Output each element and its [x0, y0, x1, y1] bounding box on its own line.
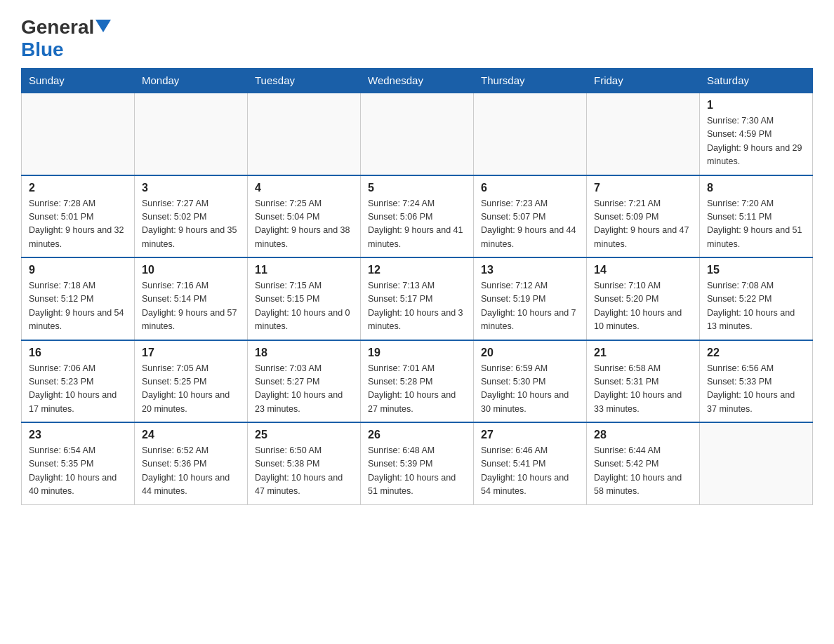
calendar-cell: 24Sunrise: 6:52 AMSunset: 5:36 PMDayligh…: [135, 422, 248, 504]
day-info: Sunrise: 7:20 AMSunset: 5:11 PMDaylight:…: [707, 197, 805, 252]
logo: General Blue: [21, 14, 111, 61]
calendar-cell: 9Sunrise: 7:18 AMSunset: 5:12 PMDaylight…: [22, 257, 135, 340]
logo-blue: Blue: [21, 39, 64, 61]
day-number: 24: [142, 429, 240, 441]
day-number: 18: [255, 347, 353, 359]
day-number: 23: [29, 429, 127, 441]
day-number: 16: [29, 347, 127, 359]
calendar-cell: 3Sunrise: 7:27 AMSunset: 5:02 PMDaylight…: [135, 175, 248, 258]
calendar-table: SundayMondayTuesdayWednesdayThursdayFrid…: [21, 68, 813, 505]
day-number: 17: [142, 347, 240, 359]
day-info: Sunrise: 6:54 AMSunset: 5:35 PMDaylight:…: [29, 444, 127, 499]
day-info: Sunrise: 6:50 AMSunset: 5:38 PMDaylight:…: [255, 444, 353, 499]
calendar-cell: [248, 93, 361, 175]
calendar-cell: 22Sunrise: 6:56 AMSunset: 5:33 PMDayligh…: [700, 340, 813, 423]
logo-general: General: [21, 18, 94, 37]
calendar-cell: 25Sunrise: 6:50 AMSunset: 5:38 PMDayligh…: [248, 422, 361, 504]
calendar-cell: 17Sunrise: 7:05 AMSunset: 5:25 PMDayligh…: [135, 340, 248, 423]
day-number: 20: [481, 347, 579, 359]
weekday-header-row: SundayMondayTuesdayWednesdayThursdayFrid…: [22, 69, 813, 93]
calendar-cell: 6Sunrise: 7:23 AMSunset: 5:07 PMDaylight…: [474, 175, 587, 258]
calendar-cell: [361, 93, 474, 175]
calendar-cell: 4Sunrise: 7:25 AMSunset: 5:04 PMDaylight…: [248, 175, 361, 258]
day-number: 1: [707, 99, 805, 112]
day-info: Sunrise: 7:08 AMSunset: 5:22 PMDaylight:…: [707, 279, 805, 334]
day-number: 2: [29, 182, 127, 194]
day-info: Sunrise: 7:25 AMSunset: 5:04 PMDaylight:…: [255, 197, 353, 252]
day-info: Sunrise: 7:18 AMSunset: 5:12 PMDaylight:…: [29, 279, 127, 334]
calendar-cell: 12Sunrise: 7:13 AMSunset: 5:17 PMDayligh…: [361, 257, 474, 340]
day-number: 8: [707, 182, 805, 194]
weekday-header-monday: Monday: [135, 69, 248, 93]
calendar-cell: 11Sunrise: 7:15 AMSunset: 5:15 PMDayligh…: [248, 257, 361, 340]
day-number: 3: [142, 182, 240, 194]
day-number: 6: [481, 182, 579, 194]
day-number: 25: [255, 429, 353, 441]
day-info: Sunrise: 6:58 AMSunset: 5:31 PMDaylight:…: [594, 362, 692, 417]
calendar-cell: 1Sunrise: 7:30 AMSunset: 4:59 PMDaylight…: [700, 93, 813, 175]
calendar-cell: 7Sunrise: 7:21 AMSunset: 5:09 PMDaylight…: [587, 175, 700, 258]
day-number: 7: [594, 182, 692, 194]
weekday-header-thursday: Thursday: [474, 69, 587, 93]
day-info: Sunrise: 7:24 AMSunset: 5:06 PMDaylight:…: [368, 197, 466, 252]
day-info: Sunrise: 7:27 AMSunset: 5:02 PMDaylight:…: [142, 197, 240, 252]
weekday-header-wednesday: Wednesday: [361, 69, 474, 93]
logo-triangle-icon: [95, 20, 111, 32]
day-info: Sunrise: 7:23 AMSunset: 5:07 PMDaylight:…: [481, 197, 579, 252]
calendar-cell: [22, 93, 135, 175]
day-info: Sunrise: 6:56 AMSunset: 5:33 PMDaylight:…: [707, 362, 805, 417]
calendar-cell: [474, 93, 587, 175]
calendar-cell: 23Sunrise: 6:54 AMSunset: 5:35 PMDayligh…: [22, 422, 135, 504]
week-row-4: 16Sunrise: 7:06 AMSunset: 5:23 PMDayligh…: [22, 340, 813, 423]
weekday-header-tuesday: Tuesday: [248, 69, 361, 93]
day-info: Sunrise: 7:21 AMSunset: 5:09 PMDaylight:…: [594, 197, 692, 252]
day-info: Sunrise: 6:44 AMSunset: 5:42 PMDaylight:…: [594, 444, 692, 499]
calendar-cell: 8Sunrise: 7:20 AMSunset: 5:11 PMDaylight…: [700, 175, 813, 258]
calendar-cell: 15Sunrise: 7:08 AMSunset: 5:22 PMDayligh…: [700, 257, 813, 340]
day-number: 14: [594, 264, 692, 276]
calendar-cell: 26Sunrise: 6:48 AMSunset: 5:39 PMDayligh…: [361, 422, 474, 504]
svg-marker-0: [95, 20, 111, 32]
week-row-5: 23Sunrise: 6:54 AMSunset: 5:35 PMDayligh…: [22, 422, 813, 504]
week-row-3: 9Sunrise: 7:18 AMSunset: 5:12 PMDaylight…: [22, 257, 813, 340]
calendar-cell: 2Sunrise: 7:28 AMSunset: 5:01 PMDaylight…: [22, 175, 135, 258]
day-number: 4: [255, 182, 353, 194]
day-number: 9: [29, 264, 127, 276]
day-info: Sunrise: 6:52 AMSunset: 5:36 PMDaylight:…: [142, 444, 240, 499]
calendar-cell: [587, 93, 700, 175]
day-info: Sunrise: 7:16 AMSunset: 5:14 PMDaylight:…: [142, 279, 240, 334]
week-row-1: 1Sunrise: 7:30 AMSunset: 4:59 PMDaylight…: [22, 93, 813, 175]
day-number: 19: [368, 347, 466, 359]
calendar-cell: 28Sunrise: 6:44 AMSunset: 5:42 PMDayligh…: [587, 422, 700, 504]
day-info: Sunrise: 7:03 AMSunset: 5:27 PMDaylight:…: [255, 362, 353, 417]
day-info: Sunrise: 7:30 AMSunset: 4:59 PMDaylight:…: [707, 114, 805, 169]
day-number: 12: [368, 264, 466, 276]
calendar-cell: 19Sunrise: 7:01 AMSunset: 5:28 PMDayligh…: [361, 340, 474, 423]
day-info: Sunrise: 7:15 AMSunset: 5:15 PMDaylight:…: [255, 279, 353, 334]
calendar-cell: 16Sunrise: 7:06 AMSunset: 5:23 PMDayligh…: [22, 340, 135, 423]
day-number: 13: [481, 264, 579, 276]
day-info: Sunrise: 7:10 AMSunset: 5:20 PMDaylight:…: [594, 279, 692, 334]
weekday-header-sunday: Sunday: [22, 69, 135, 93]
calendar-cell: [135, 93, 248, 175]
day-info: Sunrise: 6:46 AMSunset: 5:41 PMDaylight:…: [481, 444, 579, 499]
calendar-cell: 13Sunrise: 7:12 AMSunset: 5:19 PMDayligh…: [474, 257, 587, 340]
week-row-2: 2Sunrise: 7:28 AMSunset: 5:01 PMDaylight…: [22, 175, 813, 258]
day-number: 27: [481, 429, 579, 441]
calendar-cell: 21Sunrise: 6:58 AMSunset: 5:31 PMDayligh…: [587, 340, 700, 423]
day-number: 22: [707, 347, 805, 359]
calendar-cell: 18Sunrise: 7:03 AMSunset: 5:27 PMDayligh…: [248, 340, 361, 423]
day-info: Sunrise: 6:48 AMSunset: 5:39 PMDaylight:…: [368, 444, 466, 499]
day-number: 28: [594, 429, 692, 441]
day-info: Sunrise: 7:06 AMSunset: 5:23 PMDaylight:…: [29, 362, 127, 417]
calendar-cell: 5Sunrise: 7:24 AMSunset: 5:06 PMDaylight…: [361, 175, 474, 258]
day-info: Sunrise: 7:13 AMSunset: 5:17 PMDaylight:…: [368, 279, 466, 334]
day-info: Sunrise: 7:28 AMSunset: 5:01 PMDaylight:…: [29, 197, 127, 252]
day-info: Sunrise: 7:01 AMSunset: 5:28 PMDaylight:…: [368, 362, 466, 417]
calendar-cell: 20Sunrise: 6:59 AMSunset: 5:30 PMDayligh…: [474, 340, 587, 423]
day-number: 10: [142, 264, 240, 276]
calendar-cell: [700, 422, 813, 504]
day-info: Sunrise: 7:12 AMSunset: 5:19 PMDaylight:…: [481, 279, 579, 334]
calendar-cell: 14Sunrise: 7:10 AMSunset: 5:20 PMDayligh…: [587, 257, 700, 340]
weekday-header-saturday: Saturday: [700, 69, 813, 93]
